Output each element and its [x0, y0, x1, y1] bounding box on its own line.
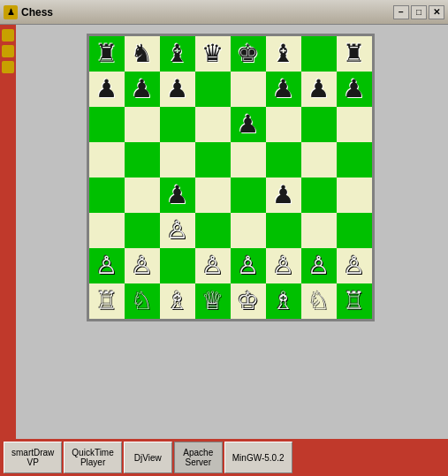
cell-2-1[interactable] [125, 107, 160, 142]
cell-3-7[interactable] [337, 142, 372, 178]
cell-1-6[interactable]: ♟ [301, 72, 337, 107]
cell-5-6[interactable] [301, 213, 337, 248]
cell-3-4[interactable] [231, 142, 266, 178]
cell-7-2[interactable]: ♗ [160, 283, 195, 319]
cell-0-0[interactable]: ♜ [89, 36, 125, 72]
cell-3-5[interactable] [266, 142, 301, 178]
cell-4-0[interactable] [89, 178, 125, 213]
minimize-button[interactable]: − [393, 5, 409, 19]
main-area: ♜♞♝♛♚♝♜♟♟♟♟♟♟♟♟♟♙♙♙♙♙♙♙♙♖♘♗♕♔♗♘♖ [0, 25, 448, 440]
cell-6-1[interactable]: ♙ [125, 248, 160, 283]
sidebar-icon-2 [2, 45, 14, 57]
cell-5-4[interactable] [231, 213, 266, 248]
app-icon: ♟ [4, 5, 18, 19]
cell-7-6[interactable]: ♘ [301, 283, 337, 319]
cell-7-5[interactable]: ♗ [266, 283, 301, 319]
cell-5-2[interactable]: ♙ [160, 213, 195, 248]
cell-7-4[interactable]: ♔ [231, 283, 266, 319]
cell-4-6[interactable] [301, 178, 337, 213]
cell-7-1[interactable]: ♘ [125, 283, 160, 319]
window-title: Chess [21, 6, 53, 19]
cell-4-1[interactable] [125, 178, 160, 213]
cell-0-6[interactable] [301, 36, 337, 72]
cell-0-5[interactable]: ♝ [266, 36, 301, 72]
cell-6-4[interactable]: ♙ [231, 248, 266, 283]
cell-3-2[interactable] [160, 142, 195, 178]
cell-5-1[interactable] [125, 213, 160, 248]
title-buttons[interactable]: − □ ✕ [393, 5, 444, 19]
cell-6-7[interactable]: ♙ [337, 248, 372, 283]
cell-1-5[interactable]: ♟ [266, 72, 301, 107]
cell-2-7[interactable] [337, 107, 372, 142]
cell-3-6[interactable] [301, 142, 337, 178]
chess-board-container: ♜♞♝♛♚♝♜♟♟♟♟♟♟♟♟♟♙♙♙♙♙♙♙♙♖♘♗♕♔♗♘♖ [87, 34, 375, 321]
sidebar-icon-3 [2, 61, 14, 73]
taskbar-item-mingw[interactable]: MinGW-5.0.2 [224, 442, 292, 473]
cell-4-5[interactable]: ♟ [266, 178, 301, 213]
cell-5-0[interactable] [89, 213, 125, 248]
taskbar: smartDraw VP QuickTime Player DjView Apa… [0, 439, 448, 476]
taskbar-item-smartdraw[interactable]: smartDraw VP [4, 442, 62, 473]
title-bar: ♟ Chess − □ ✕ [0, 0, 448, 25]
maximize-button[interactable]: □ [411, 5, 427, 19]
cell-1-4[interactable] [231, 72, 266, 107]
cell-6-6[interactable]: ♙ [301, 248, 337, 283]
cell-0-4[interactable]: ♚ [231, 36, 266, 72]
cell-1-0[interactable]: ♟ [89, 72, 125, 107]
cell-3-1[interactable] [125, 142, 160, 178]
close-button[interactable]: ✕ [429, 5, 444, 19]
taskbar-item-apache[interactable]: Apache Server [174, 442, 223, 473]
cell-2-5[interactable] [266, 107, 301, 142]
cell-4-4[interactable] [231, 178, 266, 213]
cell-1-7[interactable]: ♟ [337, 72, 372, 107]
sidebar-icon-1 [2, 29, 14, 42]
cell-6-0[interactable]: ♙ [89, 248, 125, 283]
cell-6-2[interactable] [160, 248, 195, 283]
cell-1-1[interactable]: ♟ [125, 72, 160, 107]
cell-6-5[interactable]: ♙ [266, 248, 301, 283]
cell-2-6[interactable] [301, 107, 337, 142]
cell-0-2[interactable]: ♝ [160, 36, 195, 72]
cell-2-2[interactable] [160, 107, 195, 142]
cell-2-3[interactable] [195, 107, 231, 142]
cell-7-3[interactable]: ♕ [195, 283, 231, 319]
left-sidebar [0, 25, 16, 439]
cell-7-0[interactable]: ♖ [89, 283, 125, 319]
cell-0-3[interactable]: ♛ [195, 36, 231, 72]
taskbar-item-djview[interactable]: DjView [124, 442, 172, 473]
cell-2-0[interactable] [89, 107, 125, 142]
chess-board: ♜♞♝♛♚♝♜♟♟♟♟♟♟♟♟♟♙♙♙♙♙♙♙♙♖♘♗♕♔♗♘♖ [89, 36, 372, 319]
cell-4-2[interactable]: ♟ [160, 178, 195, 213]
cell-7-7[interactable]: ♖ [337, 283, 372, 319]
cell-6-3[interactable]: ♙ [195, 248, 231, 283]
cell-0-7[interactable]: ♜ [337, 36, 372, 72]
cell-3-3[interactable] [195, 142, 231, 178]
cell-4-7[interactable] [337, 178, 372, 213]
cell-1-3[interactable] [195, 72, 231, 107]
cell-5-3[interactable] [195, 213, 231, 248]
cell-3-0[interactable] [89, 142, 125, 178]
cell-1-2[interactable]: ♟ [160, 72, 195, 107]
cell-2-4[interactable]: ♟ [231, 107, 266, 142]
title-bar-left: ♟ Chess [4, 5, 53, 19]
cell-4-3[interactable] [195, 178, 231, 213]
taskbar-item-quicktime[interactable]: QuickTime Player [64, 442, 121, 473]
cell-5-5[interactable] [266, 213, 301, 248]
cell-5-7[interactable] [337, 213, 372, 248]
cell-0-1[interactable]: ♞ [125, 36, 160, 72]
